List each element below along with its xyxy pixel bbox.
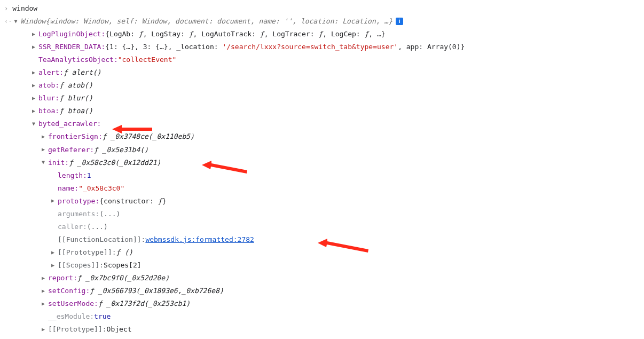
property-value: ƒ _0x7bc9f0(_0x52d20e): [77, 272, 169, 285]
property-row[interactable]: __esModule: true: [0, 310, 644, 323]
property-key: frontierSign:: [48, 130, 103, 143]
property-row[interactable]: ▼ byted_acrawler:: [0, 117, 644, 130]
property-key: [[Prototype]]:: [58, 246, 116, 259]
property-key: getReferer:: [48, 144, 94, 156]
property-row[interactable]: ▶ report: ƒ _0x7bc9f0(_0x52d20e): [0, 272, 644, 285]
expand-arrow-icon[interactable]: ▶: [50, 196, 56, 206]
property-key: LogPluginObject:: [38, 28, 105, 41]
property-value: ƒ atob(): [59, 79, 93, 92]
property-value: ƒ _0x173f2d(_0x253cb1): [98, 297, 190, 310]
expand-arrow-icon[interactable]: ▶: [41, 325, 46, 335]
info-icon[interactable]: i: [396, 18, 403, 25]
property-row[interactable]: ▶ setUserMode: ƒ _0x173f2d(_0x253cb1): [0, 297, 644, 310]
property-value: {constructor: ƒ}: [99, 195, 166, 208]
property-value: true: [94, 310, 111, 323]
property-row[interactable]: ▶ blur: ƒ blur(): [0, 92, 644, 105]
expand-arrow-icon[interactable]: ▶: [31, 29, 36, 40]
property-value: ƒ _0x58c3c0(_0x12dd21): [69, 156, 161, 169]
expand-arrow-icon[interactable]: ▶: [31, 106, 36, 116]
expand-arrow-icon[interactable]: ▼: [13, 17, 18, 27]
property-row[interactable]: ▶ [[Prototype]]: ƒ (): [0, 246, 644, 259]
property-row[interactable]: ▼ init: ƒ _0x58c3c0(_0x12dd21): [0, 156, 644, 169]
expand-arrow-icon[interactable]: ▶: [41, 299, 46, 309]
property-value: "_0x58c3c0": [78, 182, 124, 195]
property-key: arguments:: [58, 208, 99, 220]
console-output-line: ‹· ▼ Window {window: Window, self: Windo…: [0, 15, 644, 28]
property-row[interactable]: length: 1: [0, 169, 644, 182]
property-row[interactable]: ▶ getReferer: ƒ _0x5e31b4(): [0, 144, 644, 156]
expand-arrow-icon[interactable]: ▶: [31, 93, 36, 104]
property-key: [[Scopes]]:: [58, 259, 104, 272]
property-row[interactable]: ▶ setConfig: ƒ _0x566793(_0x1893e6,_0xb7…: [0, 285, 644, 297]
property-key: length:: [58, 169, 87, 182]
expand-arrow-icon[interactable]: ▶: [41, 286, 46, 296]
console-output-icon: ‹·: [4, 15, 12, 27]
property-key: setUserMode:: [48, 297, 98, 310]
property-row[interactable]: caller: (...): [0, 220, 644, 233]
property-key: atob:: [38, 79, 59, 92]
property-key: report:: [48, 272, 77, 285]
property-key: SSR_RENDER_DATA:: [38, 41, 105, 53]
property-value: Scopes[2]: [104, 259, 141, 272]
expand-arrow-icon[interactable]: ▶: [41, 145, 46, 155]
property-value[interactable]: (...): [87, 220, 108, 233]
expand-arrow-icon[interactable]: ▶: [41, 132, 46, 142]
property-value: 1: [87, 169, 91, 182]
property-value: "collectEvent": [118, 53, 177, 66]
expand-arrow-icon[interactable]: ▶: [31, 42, 36, 52]
property-value: {LogAb: ƒ, LogStay: ƒ, LogAutoTrack: ƒ, …: [105, 28, 385, 41]
property-key: prototype:: [58, 195, 99, 208]
property-row[interactable]: [[FunctionLocation]]: webmssdk.js:format…: [0, 233, 644, 246]
property-key: btoa:: [38, 105, 59, 117]
property-key: [[FunctionLocation]]:: [58, 233, 145, 246]
expand-arrow-icon[interactable]: ▶: [41, 273, 46, 283]
property-key: caller:: [58, 220, 87, 233]
property-value: ƒ alert(): [64, 66, 101, 79]
expand-arrow-icon[interactable]: ▶: [50, 261, 56, 271]
property-key: byted_acrawler:: [38, 117, 101, 130]
console-input-line: › window: [0, 2, 644, 15]
property-row[interactable]: ▶ SSR_RENDER_DATA: {1: {…}, 3: {…}, _loc…: [0, 41, 644, 53]
property-key: init:: [48, 156, 69, 169]
expand-arrow-icon[interactable]: ▶: [50, 248, 56, 258]
expand-arrow-icon[interactable]: ▼: [41, 157, 46, 168]
expand-arrow-icon[interactable]: ▶: [31, 81, 36, 91]
source-link[interactable]: webmssdk.js:formatted:2782: [145, 233, 254, 246]
property-row[interactable]: ▶ atob: ƒ atob(): [0, 79, 644, 92]
property-key: [[Prototype]]:: [48, 323, 107, 336]
property-value: ƒ _0x566793(_0x1893e6,_0xb726e8): [90, 285, 223, 297]
property-value: {1: {…}, 3: {…}, _location: '/search/lxx…: [105, 41, 465, 53]
property-row[interactable]: ▶ LogPluginObject: {LogAb: ƒ, LogStay: ƒ…: [0, 28, 644, 41]
property-key: name:: [58, 182, 78, 195]
property-value: Object: [107, 323, 132, 336]
object-preview[interactable]: {window: Window, self: Window, document:…: [45, 15, 392, 28]
property-key: TeaAnalyticsObject:: [38, 53, 118, 66]
property-row[interactable]: arguments: (...): [0, 208, 644, 220]
property-key: setConfig:: [48, 285, 90, 297]
property-row[interactable]: ▶ prototype: {constructor: ƒ}: [0, 195, 644, 208]
property-value[interactable]: (...): [99, 208, 120, 220]
property-row[interactable]: ▶ alert: ƒ alert(): [0, 66, 644, 79]
object-type: Window: [20, 15, 45, 28]
property-row[interactable]: ▶ frontierSign: ƒ _0x3748ce(_0x110eb5): [0, 130, 644, 143]
property-key: __esModule:: [48, 310, 94, 323]
property-value: ƒ blur(): [59, 92, 93, 105]
property-value: ƒ btoa(): [59, 105, 93, 117]
property-row[interactable]: ▶ [[Prototype]]: Object: [0, 323, 644, 336]
property-row[interactable]: TeaAnalyticsObject: "collectEvent": [0, 53, 644, 66]
property-row[interactable]: name: "_0x58c3c0": [0, 182, 644, 195]
property-row[interactable]: ▶ [[Scopes]]: Scopes[2]: [0, 259, 644, 272]
console-prompt-icon: ›: [4, 3, 8, 14]
property-key: alert:: [38, 66, 64, 79]
property-value: ƒ _0x3748ce(_0x110eb5): [103, 130, 194, 143]
property-value: ƒ (): [116, 246, 133, 259]
expand-arrow-icon[interactable]: ▶: [31, 68, 36, 78]
property-key: blur:: [38, 92, 59, 105]
console-input-text: window: [12, 2, 37, 15]
expand-arrow-icon[interactable]: ▼: [31, 119, 36, 129]
property-row[interactable]: ▶ btoa: ƒ btoa(): [0, 105, 644, 117]
property-value: ƒ _0x5e31b4(): [94, 144, 148, 156]
